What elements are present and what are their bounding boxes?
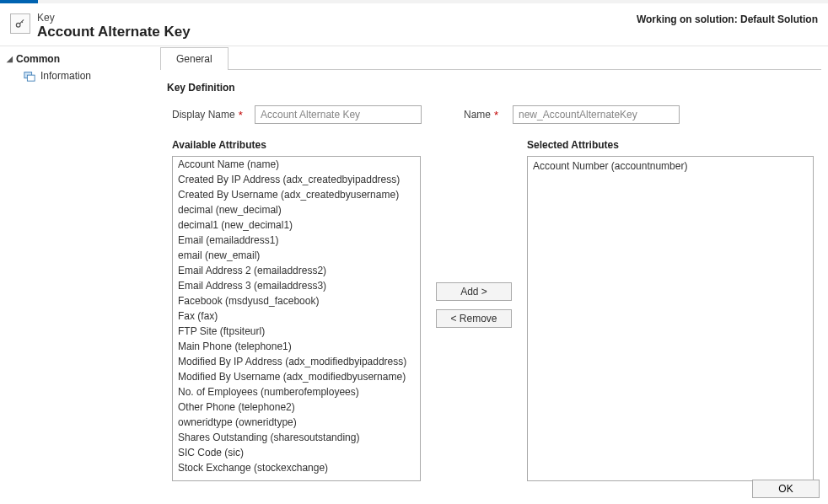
name-label: Name* xyxy=(464,109,506,121)
section-title: Key Definition xyxy=(167,82,818,94)
tab-general[interactable]: General xyxy=(160,47,229,70)
available-attributes-label: Available Attributes xyxy=(172,139,421,151)
tab-strip: General xyxy=(160,46,821,69)
list-item[interactable]: Account Number (accountnumber) xyxy=(528,158,813,174)
list-item[interactable]: decimal1 (new_decimal1) xyxy=(173,217,420,233)
list-item[interactable]: Created By Username (adx_createdbyuserna… xyxy=(173,187,420,202)
sidebar-group-common[interactable]: ◢ Common xyxy=(7,53,153,65)
selected-attributes-label: Selected Attributes xyxy=(527,139,814,151)
available-attributes-listbox[interactable]: Account Name (name)Created By IP Address… xyxy=(172,156,421,481)
list-item[interactable]: email (new_email) xyxy=(173,248,420,263)
page-title: Account Alternate Key xyxy=(37,24,637,40)
list-item[interactable]: FTP Site (ftpsiteurl) xyxy=(173,324,420,339)
list-item[interactable]: Stock Exchange (stockexchange) xyxy=(173,460,420,475)
add-button[interactable]: Add > xyxy=(436,282,512,301)
list-item[interactable]: SIC Code (sic) xyxy=(173,445,420,460)
list-item[interactable]: Main Phone (telephone1) xyxy=(173,339,420,354)
ok-button[interactable]: OK xyxy=(752,480,820,498)
sidebar-group-label: Common xyxy=(16,53,60,65)
list-item[interactable]: Account Name (name) xyxy=(173,157,420,172)
list-item[interactable]: Shares Outstanding (sharesoutstanding) xyxy=(173,430,420,445)
list-item[interactable]: decimal (new_decimal) xyxy=(173,202,420,217)
sidebar: ◢ Common Information xyxy=(0,46,160,501)
caret-down-icon: ◢ xyxy=(7,55,13,63)
sidebar-item-information[interactable]: Information xyxy=(7,68,153,83)
list-item[interactable]: Email (emailaddress1) xyxy=(173,233,420,248)
list-item[interactable]: Fax (fax) xyxy=(173,308,420,324)
information-icon xyxy=(24,70,35,82)
sidebar-item-label: Information xyxy=(40,70,91,82)
page-header: Key Account Alternate Key Working on sol… xyxy=(0,3,828,46)
required-indicator: * xyxy=(239,110,243,121)
name-input[interactable] xyxy=(513,105,680,124)
list-item[interactable]: Created By IP Address (adx_createdbyipad… xyxy=(173,172,420,187)
key-icon xyxy=(10,13,30,34)
list-item[interactable]: Email Address 2 (emailaddress2) xyxy=(173,263,420,278)
tab-label: General xyxy=(176,53,212,65)
list-item[interactable]: owneridtype (owneridtype) xyxy=(173,415,420,430)
list-item[interactable]: Modified By IP Address (adx_modifiedbyip… xyxy=(173,354,420,369)
solution-label: Working on solution: Default Solution xyxy=(637,12,818,25)
list-item[interactable]: Other Phone (telephone2) xyxy=(173,399,420,415)
list-item[interactable]: Modified By Username (adx_modifiedbyuser… xyxy=(173,369,420,384)
list-item[interactable]: No. of Employees (numberofemployees) xyxy=(173,384,420,399)
list-item[interactable]: Email Address 3 (emailaddress3) xyxy=(173,278,420,293)
selected-attributes-listbox[interactable]: Account Number (accountnumber) xyxy=(527,156,814,481)
required-indicator: * xyxy=(494,110,498,121)
list-item[interactable]: Facebook (msdyusd_facebook) xyxy=(173,293,420,308)
entity-type-label: Key xyxy=(37,12,637,24)
main-panel: General Key Definition Display Name* Nam… xyxy=(160,46,828,501)
display-name-label: Display Name* xyxy=(172,109,248,121)
display-name-input[interactable] xyxy=(255,105,422,124)
remove-button[interactable]: < Remove xyxy=(436,309,512,328)
svg-rect-2 xyxy=(27,75,35,81)
